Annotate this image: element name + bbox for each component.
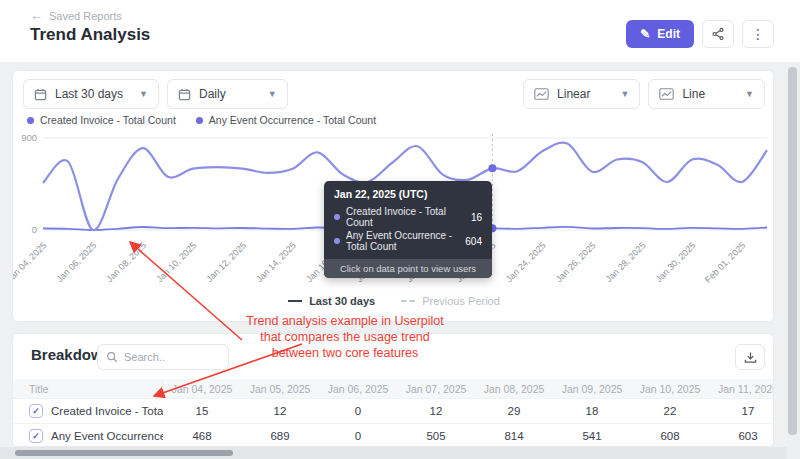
y-axis-tick: 0 [32,224,37,235]
column-header-date: Jan 06, 2025 [319,383,397,395]
table-cell: 12 [397,405,475,417]
tooltip-row: Created Invoice - Total Count 16 [324,205,492,229]
x-axis-tick: Jan 28, 2025 [604,240,648,284]
annotation-text: Trend analysis example in Userpilot that… [222,313,468,361]
granularity-value: Daily [199,87,226,101]
x-axis-tick: Jan 04, 2025 [13,240,48,284]
solid-line-icon [288,300,302,302]
download-icon [744,351,757,364]
pencil-icon: ✎ [640,27,650,41]
line-chart-icon [659,88,674,100]
search-input[interactable] [124,351,214,363]
tooltip-date: Jan 22, 2025 (UTC) [324,181,492,205]
table-row: ✓Any Event Occurrence - Total C...468689… [13,423,774,447]
share-button[interactable] [702,20,734,48]
x-axis-tick: Jan 06, 2025 [54,240,98,284]
table-cell: 15 [163,405,241,417]
x-axis-tick: Jan 24, 2025 [504,240,548,284]
tooltip-row: Any Event Occurrence - Total Count 604 [324,229,492,253]
x-axis-tick: Feb 01, 2025 [703,240,748,285]
more-options-button[interactable]: ⋮ [742,20,774,48]
chart-tooltip: Jan 22, 2025 (UTC) Created Invoice - Tot… [324,181,492,278]
row-checkbox[interactable]: ✓ [29,404,43,418]
date-range-select[interactable]: Last 30 days ▼ [23,79,159,109]
calendar-icon [34,88,47,101]
vertical-scrollbar-thumb[interactable] [788,67,797,435]
back-arrow-icon: ← [30,8,43,23]
chart-filters: Last 30 days ▼ Daily ▼ Line [23,79,765,109]
granularity-select[interactable]: Daily ▼ [167,79,288,109]
back-label: Saved Reports [49,10,122,22]
date-range-value: Last 30 days [55,87,123,101]
share-icon [711,27,725,41]
x-axis-tick: Jan 08, 2025 [104,240,148,284]
table-cell: 22 [631,405,709,417]
chevron-down-icon: ▼ [139,89,148,99]
x-axis-tick: Jan 26, 2025 [554,240,598,284]
x-axis-tick: Jan 10, 2025 [154,240,198,284]
page-header: ← Saved Reports Trend Analysis ✎ Edit ⋮ [0,0,800,62]
table-cell: 0 [319,430,397,442]
download-button[interactable] [735,344,765,370]
chart-card: Last 30 days ▼ Daily ▼ Line [12,70,774,322]
table-cell: 0 [319,405,397,417]
x-axis-tick: Jan 30, 2025 [654,240,698,284]
chevron-down-icon: ▼ [268,89,277,99]
header-actions: ✎ Edit ⋮ [626,20,774,48]
y-axis-tick: 900 [21,132,37,143]
scale-select[interactable]: Linear ▼ [523,79,640,109]
row-checkbox[interactable]: ✓ [29,429,43,443]
column-header-date: Jan 07, 2025 [397,383,475,395]
table-header-row: TitleJan 04, 2025Jan 05, 2025Jan 06, 202… [13,379,774,398]
edit-button-label: Edit [657,27,680,41]
column-header-title: Title [13,379,163,398]
x-axis-tick: Jan 12, 2025 [204,240,248,284]
kebab-icon: ⋮ [751,26,765,42]
edit-button[interactable]: ✎ Edit [626,20,694,48]
scale-value: Linear [557,87,590,101]
table-cell: 603 [709,430,774,442]
table-cell: 689 [241,430,319,442]
column-header-date: Jan 05, 2025 [241,383,319,395]
trend-analysis-screen: ← Saved Reports Trend Analysis ✎ Edit ⋮ [0,0,800,459]
table-row: ✓Created Invoice - Total Count1512012291… [13,398,774,423]
line-chart-icon [534,88,549,100]
legend-previous-period[interactable]: Previous Period [401,295,500,307]
chevron-down-icon: ▼ [620,89,629,99]
period-legend: Last 30 days Previous Period [13,295,775,307]
series-dot-icon [334,238,340,244]
table-cell: 505 [397,430,475,442]
highlighted-data-point[interactable] [488,164,496,172]
table-cell: 468 [163,430,241,442]
table-cell: 17 [709,405,774,417]
x-axis-tick: Jan 14, 2025 [254,240,298,284]
legend-current-period[interactable]: Last 30 days [288,295,375,307]
chevron-down-icon: ▼ [745,89,754,99]
column-header-date: Jan 09, 2025 [553,383,631,395]
tooltip-hint: Click on data point to view users [324,259,492,278]
legend-dot-icon [27,117,34,124]
table-cell: 814 [475,430,553,442]
table-cell: 541 [553,430,631,442]
table-cell: 608 [631,430,709,442]
column-header-date: Jan 04, 2025 [163,383,241,395]
search-icon [106,351,118,363]
vertical-scrollbar[interactable] [786,62,800,459]
horizontal-scrollbar-thumb[interactable] [15,450,233,456]
chart-type-value: Line [682,87,705,101]
chart-type-select[interactable]: Line ▼ [648,79,765,109]
dashed-line-icon [401,300,415,302]
column-header-date: Jan 10, 2025 [631,383,709,395]
legend-dot-icon [196,117,203,124]
horizontal-scrollbar[interactable] [0,447,786,459]
page-title: Trend Analysis [30,25,150,45]
series-dot-icon [334,214,340,220]
breakdown-search[interactable] [97,344,229,370]
back-link[interactable]: ← Saved Reports [30,8,122,23]
table-cell: 18 [553,405,631,417]
table-cell: 29 [475,405,553,417]
row-title: Created Invoice - Total Count [51,405,163,417]
breakdown-table: TitleJan 04, 2025Jan 05, 2025Jan 06, 202… [13,379,774,447]
row-title: Any Event Occurrence - Total C... [51,430,163,442]
column-header-date: Jan 11, 2025 [709,383,774,395]
